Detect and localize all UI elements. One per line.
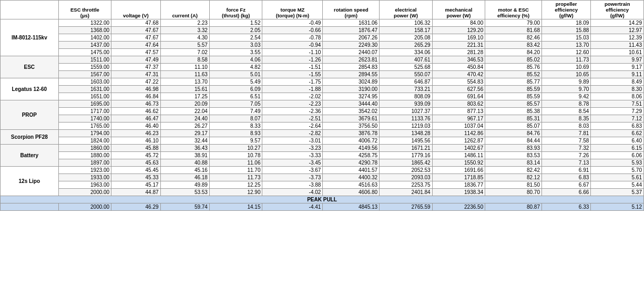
voltage-cell: 46.10	[111, 137, 160, 145]
voltage-cell: 46.47	[111, 115, 160, 123]
esc-throttle-cell: 1717.00	[58, 108, 111, 115]
voltage-cell: 46.23	[111, 130, 160, 137]
mech-power-cell: 221.31	[432, 42, 485, 49]
prop-eff-cell: 10.69	[541, 64, 590, 71]
voltage-cell: 45.33	[111, 174, 160, 181]
torque-cell: -0.66	[262, 27, 323, 34]
current-cell: 22.04	[160, 108, 209, 115]
voltage-cell: 47.49	[111, 56, 160, 64]
current-cell: 5.57	[160, 42, 209, 49]
table-row: 1717.0046.6222.047.49-2.363542.021027.37…	[1, 108, 644, 115]
current-cell: 20.09	[160, 100, 209, 108]
header-rpm: rotation speed(rpm)	[323, 1, 380, 19]
mech-power-cell: 169.10	[432, 34, 485, 42]
current-cell: 15.61	[160, 86, 209, 93]
peak-force-cell: 14.15	[209, 203, 262, 211]
torque-cell: -0.94	[262, 42, 323, 49]
table-row: 1740.0046.4724.408.07-2.513679.611133.76…	[1, 115, 644, 123]
pt-eff-cell: 12.39	[591, 34, 644, 42]
esc-throttle-cell: 1631.00	[58, 86, 111, 93]
voltage-cell: 46.62	[111, 108, 160, 115]
esc-throttle-cell: 1567.00	[58, 71, 111, 78]
force-cell: 6.51	[209, 93, 262, 100]
peak-voltage-cell: 46.29	[111, 203, 160, 211]
mech-power-cell: 346.53	[432, 56, 485, 64]
force-cell: 8.33	[209, 123, 262, 130]
esc-throttle-cell: 1437.00	[58, 42, 111, 49]
force-cell: 8.07	[209, 115, 262, 123]
rpm-cell: 3542.02	[323, 108, 380, 115]
elec-power-cell: 939.09	[380, 100, 433, 108]
torque-cell: -1.55	[262, 71, 323, 78]
pt-eff-cell: 14.29	[591, 19, 644, 27]
torque-cell: -0.49	[262, 19, 323, 27]
current-cell: 4.30	[160, 34, 209, 42]
pt-eff-cell: 9.11	[591, 71, 644, 78]
torque-cell: -3.67	[262, 167, 323, 174]
voltage-cell: 47.57	[111, 49, 160, 56]
header-torque: torque MZ(torque) (N-m)	[262, 1, 323, 19]
mech-power-cell: 1486.11	[432, 152, 485, 159]
motor-label: PROP	[1, 100, 59, 130]
rpm-cell: 1631.06	[323, 19, 380, 27]
rpm-cell: 4516.63	[323, 181, 380, 189]
pt-eff-cell: 5.70	[591, 167, 644, 174]
force-cell: 5.01	[209, 71, 262, 78]
pt-eff-cell: 9.97	[591, 56, 644, 64]
motor-label: 12s Lipo	[1, 167, 59, 196]
table-row: 12s Lipo1923.0045.4545.1611.70-3.674401.…	[1, 167, 644, 174]
prop-eff-cell: 6.67	[541, 181, 590, 189]
table-row: Battery1860.0045.8836.4310.27-3.234149.5…	[1, 145, 644, 152]
mech-power-cell: 1037.04	[432, 123, 485, 130]
elec-power-cell: 733.21	[380, 86, 433, 93]
table-row: 1880.0045.7238.9110.78-3.334258.751779.1…	[1, 152, 644, 159]
rpm-cell: 3679.61	[323, 115, 380, 123]
motor-esc-eff-cell: 82.42	[485, 167, 542, 174]
current-cell: 17.25	[160, 93, 209, 100]
torque-cell: -4.02	[262, 189, 323, 196]
motor-esc-eff-cell: 82.12	[485, 174, 542, 181]
mech-power-cell: 281.28	[432, 49, 485, 56]
prop-eff-cell: 7.13	[541, 159, 590, 167]
header-prop-eff: propellerefficiency(gf/W)	[541, 1, 590, 19]
force-cell: 10.78	[209, 152, 262, 159]
elec-power-cell: 1133.76	[380, 115, 433, 123]
table-row: 1631.0046.9815.616.09-1.883190.00733.216…	[1, 86, 644, 93]
prop-eff-cell: 9.42	[541, 93, 590, 100]
motor-esc-eff-cell: 85.52	[485, 71, 542, 78]
voltage-cell: 47.64	[111, 42, 160, 49]
table-row: 1402.0047.674.302.54-0.782067.26205.0816…	[1, 34, 644, 42]
motor-esc-eff-cell: 82.46	[485, 34, 542, 42]
mech-power-cell: 691.64	[432, 93, 485, 100]
motor-esc-eff-cell: 85.59	[485, 86, 542, 93]
mech-power-cell: 470.42	[432, 71, 485, 78]
esc-throttle-cell: 1651.00	[58, 93, 111, 100]
force-cell: 4.82	[209, 64, 262, 71]
force-cell: 6.09	[209, 86, 262, 93]
table-row: 1933.0045.3346.1811.73-3.734400.322093.0…	[1, 174, 644, 181]
esc-throttle-cell: 1923.00	[58, 167, 111, 174]
mech-power-cell: 1142.86	[432, 130, 485, 137]
motor-esc-eff-cell: 83.42	[485, 42, 542, 49]
torque-cell: -2.23	[262, 100, 323, 108]
mech-power-cell: 450.84	[432, 64, 485, 71]
header-esc-throttle: ESC throttle(µs)	[58, 1, 111, 19]
esc-throttle-cell: 1559.00	[58, 64, 111, 71]
prop-eff-cell: 9.89	[541, 78, 590, 86]
elec-power-cell: 1348.28	[380, 130, 433, 137]
rpm-cell: 3190.00	[323, 86, 380, 93]
peak-current-cell: 59.74	[160, 203, 209, 211]
pt-eff-cell: 7.29	[591, 108, 644, 115]
pt-eff-cell: 6.06	[591, 152, 644, 159]
current-cell: 3.32	[160, 27, 209, 34]
voltage-cell: 47.67	[111, 34, 160, 42]
prop-eff-cell: 13.70	[541, 42, 590, 49]
esc-throttle-cell: 1475.00	[58, 49, 111, 56]
rpm-cell: 3876.78	[323, 130, 380, 137]
current-cell: 29.17	[160, 130, 209, 137]
esc-throttle-cell: 1511.00	[58, 56, 111, 64]
pt-eff-cell: 11.43	[591, 42, 644, 49]
rpm-cell: 4606.80	[323, 189, 380, 196]
motor-esc-eff-cell: 85.57	[485, 100, 542, 108]
rpm-cell: 2854.83	[323, 64, 380, 71]
